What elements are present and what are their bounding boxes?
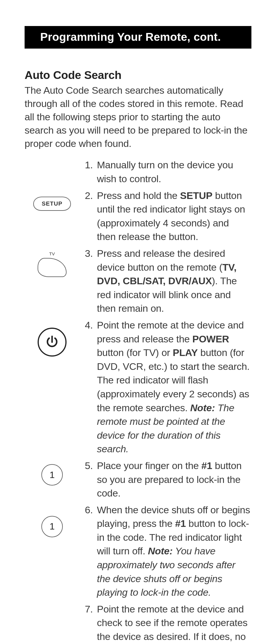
step-text-fragment: button (for TV) or	[97, 347, 173, 358]
step-text-bold: #1	[201, 460, 212, 471]
number-one-button-icon: 1	[41, 464, 63, 486]
step-icon-empty	[25, 158, 80, 161]
step-text: Press and hold the SETUP button until th…	[97, 189, 251, 244]
step-number: 5.	[80, 459, 97, 473]
power-icon	[45, 335, 59, 349]
step-1: 1. Manually turn on the device you wish …	[25, 158, 251, 186]
step-number: 2.	[80, 189, 97, 203]
step-text: Place your finger on the #1 button so yo…	[97, 459, 251, 500]
step-text-fragment: Press and release the desired device but…	[97, 248, 225, 273]
step-icon: TV	[25, 247, 80, 277]
step-number: 4.	[80, 318, 97, 332]
step-2: SETUP 2. Press and hold the SETUP button…	[25, 189, 251, 244]
tv-button-shape	[38, 258, 67, 277]
step-icon	[25, 318, 80, 357]
step-4: 4. Point the remote at the device and pr…	[25, 318, 251, 456]
number-one-label: 1	[49, 520, 55, 533]
step-text: Point the remote at the device and check…	[97, 602, 251, 644]
step-7: 7. Point the remote at the device and ch…	[25, 602, 251, 644]
section-intro: The Auto Code Search searches automatica…	[25, 84, 251, 150]
step-number: 3.	[80, 247, 97, 261]
step-3: TV 3. Press and release the desired devi…	[25, 247, 251, 315]
step-6: 1 6. When the device shuts off or begins…	[25, 503, 251, 599]
manual-page: Programming Your Remote, cont. Auto Code…	[0, 0, 276, 644]
page-title-bar: Programming Your Remote, cont.	[25, 26, 251, 49]
number-one-label: 1	[49, 468, 55, 481]
step-text-bold: #1	[175, 518, 186, 529]
step-text-fragment: Press and hold the	[97, 190, 180, 201]
step-icon: SETUP	[25, 189, 80, 211]
section-heading: Auto Code Search	[25, 69, 251, 82]
number-one-button-icon: 1	[41, 516, 63, 537]
step-icon-empty	[25, 602, 80, 605]
step-icon: 1	[25, 459, 80, 486]
tv-button-label: TV	[49, 251, 55, 257]
steps-list: 1. Manually turn on the device you wish …	[25, 158, 251, 644]
step-text-fragment: Manually turn on the device you wish to …	[97, 159, 233, 184]
step-number: 6.	[80, 503, 97, 517]
step-5: 1 5. Place your finger on the #1 button …	[25, 459, 251, 500]
step-text: Press and release the desired device but…	[97, 247, 251, 315]
step-text-bold: PLAY	[173, 347, 198, 358]
step-text-bold: SETUP	[180, 190, 212, 201]
page-title: Programming Your Remote, cont.	[40, 31, 221, 43]
tv-button-icon: TV	[38, 251, 67, 277]
setup-button-icon: SETUP	[33, 197, 71, 211]
step-note-label: Note:	[190, 402, 215, 413]
step-text-bold: POWER	[192, 333, 229, 344]
step-number: 7.	[80, 602, 97, 616]
step-text-fragment: Place your finger on the	[97, 460, 201, 471]
step-text: Manually turn on the device you wish to …	[97, 158, 251, 186]
power-button-icon	[38, 328, 67, 357]
step-number: 1.	[80, 158, 97, 172]
step-text: Point the remote at the device and press…	[97, 318, 251, 456]
step-note-label: Note:	[148, 545, 172, 556]
setup-button-label: SETUP	[42, 200, 62, 207]
step-text-fragment: Point the remote at the device and check…	[97, 604, 248, 644]
step-text: When the device shuts off or begins play…	[97, 503, 251, 599]
step-icon: 1	[25, 503, 80, 537]
